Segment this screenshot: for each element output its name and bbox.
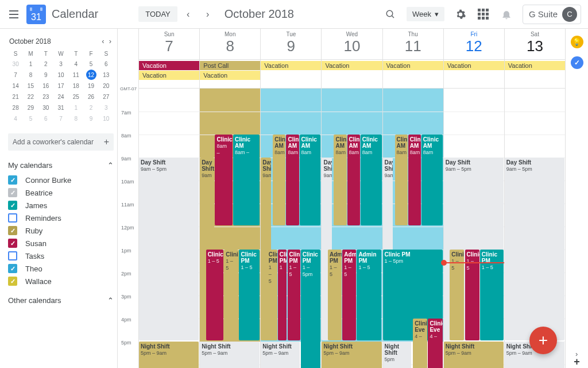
mini-day[interactable]: 1 bbox=[68, 102, 83, 113]
calendar-checkbox[interactable] bbox=[8, 213, 17, 223]
event[interactable]: Clinic8am – bbox=[215, 135, 232, 225]
mini-day[interactable]: 12 bbox=[86, 70, 96, 80]
allday-event[interactable]: Vacation bbox=[383, 61, 443, 70]
mini-day[interactable]: 6 bbox=[99, 59, 114, 70]
prev-week-button[interactable]: ‹ bbox=[180, 6, 197, 23]
mini-day[interactable]: 29 bbox=[23, 102, 38, 113]
mini-day[interactable]: 20 bbox=[99, 80, 114, 91]
day-column[interactable]: Mon8Post CallVacationDay Shift9amClinic8… bbox=[199, 29, 260, 368]
mini-day[interactable]: 31 bbox=[53, 102, 68, 113]
day-column[interactable]: Thu11VacationDay Shift9amClinic AM8amCli… bbox=[382, 29, 443, 368]
allday-event[interactable]: Vacation bbox=[139, 61, 199, 70]
mini-day[interactable]: 6 bbox=[38, 113, 53, 124]
mini-day[interactable]: 5 bbox=[83, 59, 98, 70]
mini-calendar[interactable]: SMTWTFS301234567891011121314151617181920… bbox=[8, 49, 114, 124]
event[interactable]: Clinic AM8am bbox=[300, 135, 321, 225]
event[interactable]: Clinic AM8am bbox=[395, 135, 408, 225]
event[interactable]: Day Shift9am – 5pm bbox=[139, 158, 199, 340]
day-header[interactable]: Mon8 bbox=[200, 29, 260, 60]
mini-day[interactable]: 22 bbox=[23, 91, 38, 102]
event[interactable]: Clinic PM1 – 5pm bbox=[301, 250, 321, 368]
event[interactable]: Night Shift5pm – 9am bbox=[139, 342, 199, 368]
mini-day[interactable]: 7 bbox=[53, 113, 68, 124]
event[interactable]: Night Shift5pm – 9am bbox=[444, 342, 504, 368]
mini-day[interactable]: 10 bbox=[99, 113, 114, 124]
mini-day[interactable]: 27 bbox=[99, 91, 114, 102]
event[interactable]: Night Shift5pm – 9am bbox=[322, 342, 381, 368]
mini-next-button[interactable]: › bbox=[109, 37, 111, 45]
search-icon[interactable] bbox=[384, 7, 397, 21]
mini-day[interactable]: 9 bbox=[38, 70, 53, 80]
allday-event[interactable]: Vacation bbox=[505, 61, 565, 70]
mini-day[interactable]: 8 bbox=[23, 70, 38, 80]
mini-day[interactable]: 1 bbox=[23, 59, 38, 70]
event[interactable]: Night Shift5pm bbox=[383, 342, 411, 368]
mini-day[interactable]: 16 bbox=[38, 80, 53, 91]
day-header[interactable]: Thu11 bbox=[383, 29, 443, 60]
calendar-checkbox[interactable]: ✓ bbox=[8, 201, 17, 210]
avatar[interactable]: C bbox=[562, 7, 577, 22]
event[interactable]: Clinic Eve4 – bbox=[413, 319, 427, 368]
calendar-item[interactable]: ✓Wallace bbox=[8, 277, 114, 286]
mini-day[interactable]: 19 bbox=[83, 80, 98, 91]
timed-area[interactable]: Day Shift9am – 5pmNight Shift5pm – 9am bbox=[139, 89, 199, 367]
calendar-item[interactable]: ✓Theo bbox=[8, 264, 114, 273]
allday-event[interactable]: Vacation bbox=[139, 71, 199, 80]
mini-day[interactable]: 26 bbox=[83, 91, 98, 102]
day-header[interactable]: Sun7 bbox=[139, 29, 199, 60]
mini-day[interactable]: 30 bbox=[8, 59, 23, 70]
calendar-checkbox[interactable]: ✓ bbox=[8, 239, 17, 248]
mini-day[interactable]: 10 bbox=[53, 70, 68, 80]
mini-day[interactable]: 4 bbox=[68, 59, 83, 70]
allday-event[interactable]: Post Call bbox=[200, 61, 260, 70]
gear-icon[interactable] bbox=[454, 7, 467, 21]
mini-day[interactable]: 28 bbox=[8, 102, 23, 113]
event[interactable]: Clinic AM8am bbox=[408, 135, 421, 225]
mini-day[interactable]: 8 bbox=[68, 113, 83, 124]
mini-day[interactable]: 3 bbox=[53, 59, 68, 70]
mini-day[interactable]: 7 bbox=[8, 70, 23, 80]
mini-day[interactable]: 4 bbox=[8, 113, 23, 124]
timed-area[interactable]: Day Shift9amClinic8am –Clinic AM8am –Cli… bbox=[200, 89, 260, 367]
mini-day[interactable]: 13 bbox=[99, 70, 114, 80]
calendar-item[interactable]: ✓Beatrice bbox=[8, 188, 114, 197]
day-column[interactable]: Sun7VacationVacationDay Shift9am – 5pmNi… bbox=[138, 29, 199, 368]
event[interactable]: Admin PM1 – 5 bbox=[342, 250, 356, 340]
mini-day[interactable]: 11 bbox=[68, 70, 83, 80]
day-header[interactable]: Fri12 bbox=[444, 29, 504, 60]
calendar-checkbox[interactable]: ✓ bbox=[8, 188, 17, 197]
notifications-icon[interactable] bbox=[500, 7, 513, 21]
event[interactable]: Clinic PM1 bbox=[278, 250, 287, 340]
allday-area[interactable]: Vacation bbox=[322, 60, 382, 89]
event[interactable]: Night Shift5pm – 9am bbox=[261, 342, 299, 368]
mini-day[interactable]: 30 bbox=[38, 102, 53, 113]
calendar-checkbox[interactable] bbox=[8, 251, 17, 260]
today-button[interactable]: TODAY bbox=[138, 6, 177, 22]
allday-event[interactable]: Vacation bbox=[322, 61, 382, 70]
mini-day[interactable]: 5 bbox=[23, 113, 38, 124]
day-header[interactable]: Wed10 bbox=[322, 29, 382, 60]
event[interactable]: Clinic1 – 5 bbox=[206, 250, 223, 340]
allday-event[interactable]: Vacation bbox=[200, 71, 260, 80]
day-column[interactable]: Wed10VacationDay Shift9amClinic AM8amCli… bbox=[321, 29, 382, 368]
mini-prev-button[interactable]: ‹ bbox=[102, 37, 104, 45]
event[interactable]: Clinic AM8am – bbox=[233, 135, 260, 225]
timed-area[interactable]: Day Shift9amClinic AM8amClinic AM8amClin… bbox=[261, 89, 321, 367]
mini-day[interactable]: 24 bbox=[53, 91, 68, 102]
event[interactable]: Clinic1 – 5 bbox=[224, 250, 238, 340]
mini-day[interactable]: 18 bbox=[68, 80, 83, 91]
event[interactable]: Clinic AM8am bbox=[334, 135, 346, 225]
event[interactable]: Clinic PM1 – 5 bbox=[267, 250, 277, 340]
mini-day[interactable]: 21 bbox=[8, 91, 23, 102]
timed-area[interactable]: Day Shift9amClinic AM8amClinic AM8amClin… bbox=[322, 89, 382, 367]
event[interactable]: Clinic AM8am bbox=[347, 135, 360, 225]
event[interactable]: Clinic AM8am bbox=[361, 135, 382, 225]
allday-area[interactable]: Vacation bbox=[444, 60, 504, 89]
event[interactable]: Clinic AM8am bbox=[421, 135, 443, 225]
allday-event[interactable]: Vacation bbox=[261, 61, 321, 70]
menu-icon[interactable] bbox=[7, 7, 21, 21]
add-coworker-input[interactable]: Add a coworker's calendar + bbox=[8, 133, 114, 151]
mini-day[interactable]: 2 bbox=[38, 59, 53, 70]
mini-day[interactable]: 14 bbox=[8, 80, 23, 91]
calendar-item[interactable]: ✓James bbox=[8, 201, 114, 210]
